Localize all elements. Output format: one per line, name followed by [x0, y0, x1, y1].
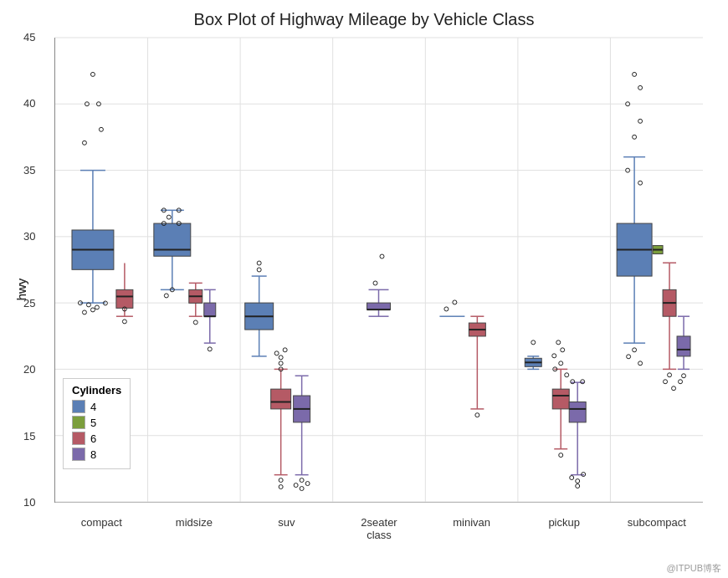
svg-rect-52	[204, 303, 216, 316]
legend-item-8: 8	[72, 448, 121, 461]
x-label-midsize: midsize	[148, 516, 241, 542]
x-label-subcompact: subcompact	[610, 516, 703, 542]
svg-rect-71	[271, 389, 291, 409]
legend-color-5	[72, 416, 85, 429]
svg-point-28	[82, 141, 86, 145]
svg-point-164	[668, 373, 672, 377]
legend-label-4: 4	[90, 401, 96, 413]
svg-point-106	[475, 413, 479, 417]
svg-rect-152	[677, 336, 690, 356]
svg-point-157	[638, 119, 643, 123]
svg-point-125	[565, 373, 569, 377]
legend-color-8	[72, 448, 85, 461]
svg-point-62	[208, 347, 212, 351]
svg-point-29	[99, 127, 103, 131]
svg-point-162	[627, 355, 631, 359]
svg-point-97	[380, 254, 384, 258]
svg-point-132	[552, 354, 556, 358]
plot-svg	[55, 38, 703, 502]
svg-point-90	[305, 482, 310, 486]
chart-container: Box Plot of Highway Mileage by Vehicle C…	[0, 0, 728, 578]
svg-point-155	[638, 85, 643, 90]
svg-point-86	[279, 485, 283, 489]
svg-point-34	[82, 310, 86, 315]
svg-point-166	[672, 386, 676, 391]
x-label-2seater: 2seaterclass	[333, 516, 426, 542]
svg-point-82	[279, 355, 283, 360]
svg-point-78	[257, 268, 261, 272]
svg-point-168	[679, 380, 683, 384]
svg-point-160	[638, 181, 643, 185]
svg-point-33	[90, 308, 95, 312]
watermark: @ITPUB博客	[666, 562, 721, 575]
svg-point-126	[559, 361, 563, 366]
legend: Cylinders 4 5 6 8	[63, 378, 131, 469]
legend-label-5: 5	[90, 417, 96, 429]
svg-point-25	[90, 72, 95, 76]
y-axis-label: hwy	[14, 278, 28, 300]
svg-rect-23	[116, 289, 133, 308]
svg-point-158	[633, 135, 637, 139]
legend-color-4	[72, 400, 85, 413]
chart-title: Box Plot of Highway Mileage by Vehicle C…	[0, 0, 728, 36]
x-label-suv: suv	[240, 516, 333, 542]
svg-point-96	[373, 281, 377, 285]
svg-point-130	[571, 380, 575, 384]
svg-point-89	[294, 483, 298, 488]
svg-point-165	[664, 380, 668, 384]
legend-item-4: 4	[72, 400, 121, 413]
svg-point-163	[638, 361, 643, 366]
svg-point-58	[167, 215, 171, 219]
svg-point-133	[561, 348, 565, 352]
svg-point-161	[633, 348, 637, 352]
svg-point-83	[274, 351, 279, 355]
svg-point-123	[559, 453, 563, 458]
svg-rect-120	[569, 402, 586, 422]
svg-point-128	[570, 476, 574, 480]
legend-color-6	[72, 432, 85, 445]
svg-point-122	[531, 340, 536, 345]
svg-rect-42	[154, 223, 191, 256]
svg-point-127	[576, 479, 580, 483]
svg-point-104	[444, 307, 449, 311]
svg-point-79	[257, 261, 261, 265]
x-label-pickup: pickup	[518, 516, 611, 542]
svg-point-84	[283, 348, 287, 352]
svg-point-81	[279, 361, 283, 366]
svg-point-87	[300, 478, 304, 483]
svg-point-135	[576, 484, 580, 488]
legend-label-6: 6	[90, 432, 96, 445]
svg-point-60	[164, 294, 168, 298]
svg-point-134	[556, 340, 561, 345]
legend-item-5: 5	[72, 416, 121, 429]
svg-point-32	[95, 305, 99, 309]
svg-point-61	[193, 320, 197, 325]
legend-item-6: 6	[72, 432, 121, 445]
legend-title: Cylinders	[72, 384, 121, 396]
plot-area: 45 40 35 30 25 20 15 10 compact midsize …	[54, 38, 703, 503]
svg-point-154	[633, 72, 637, 76]
x-label-minivan: minivan	[425, 516, 518, 542]
svg-point-105	[453, 300, 457, 304]
svg-point-167	[682, 374, 686, 378]
svg-point-131	[581, 380, 585, 384]
svg-point-88	[300, 487, 304, 491]
svg-rect-115	[552, 389, 569, 409]
svg-point-37	[122, 320, 126, 324]
svg-point-85	[279, 478, 283, 483]
x-label-compact: compact	[55, 516, 148, 542]
legend-label-8: 8	[90, 448, 96, 461]
svg-rect-94	[367, 303, 391, 309]
